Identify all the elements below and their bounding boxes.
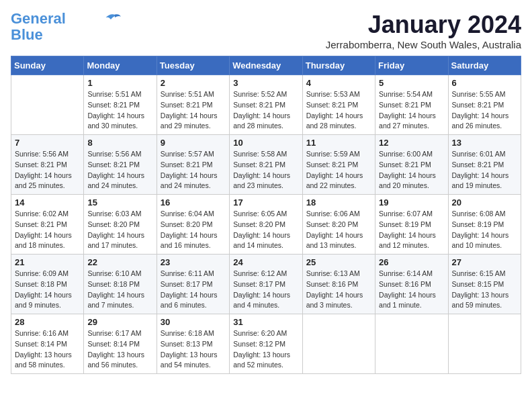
header-wednesday: Wednesday — [230, 56, 302, 75]
calendar-cell — [11, 75, 84, 135]
day-info: Sunrise: 6:12 AM Sunset: 8:17 PM Dayligh… — [233, 269, 298, 311]
calendar-cell: 15Sunrise: 6:03 AM Sunset: 8:20 PM Dayli… — [84, 195, 157, 255]
day-info: Sunrise: 6:10 AM Sunset: 8:18 PM Dayligh… — [87, 269, 152, 311]
calendar-cell: 3Sunrise: 5:52 AM Sunset: 8:21 PM Daylig… — [230, 75, 302, 135]
day-info: Sunrise: 6:17 AM Sunset: 8:14 PM Dayligh… — [87, 328, 152, 371]
day-number: 21 — [15, 257, 80, 267]
day-number: 2 — [161, 78, 226, 88]
day-info: Sunrise: 6:11 AM Sunset: 8:17 PM Dayligh… — [161, 269, 226, 311]
day-number: 17 — [233, 197, 298, 208]
calendar-cell: 10Sunrise: 5:58 AM Sunset: 8:21 PM Dayli… — [230, 135, 302, 195]
day-number: 12 — [379, 138, 444, 148]
day-info: Sunrise: 5:51 AM Sunset: 8:21 PM Dayligh… — [87, 89, 152, 132]
calendar-cell: 22Sunrise: 6:10 AM Sunset: 8:18 PM Dayli… — [84, 255, 157, 314]
calendar-cell: 16Sunrise: 6:04 AM Sunset: 8:20 PM Dayli… — [157, 195, 229, 255]
header-friday: Friday — [375, 56, 448, 75]
day-number: 15 — [87, 197, 152, 208]
month-title: January 2024 — [326, 11, 521, 39]
day-info: Sunrise: 6:14 AM Sunset: 8:16 PM Dayligh… — [379, 269, 444, 311]
day-info: Sunrise: 6:04 AM Sunset: 8:20 PM Dayligh… — [161, 209, 226, 251]
calendar-cell: 27Sunrise: 6:15 AM Sunset: 8:15 PM Dayli… — [448, 255, 521, 314]
page-header: General Blue January 2024 Jerrabomberra,… — [11, 11, 521, 50]
day-info: Sunrise: 5:55 AM Sunset: 8:21 PM Dayligh… — [452, 89, 517, 132]
calendar-cell: 6Sunrise: 5:55 AM Sunset: 8:21 PM Daylig… — [448, 75, 521, 135]
header-thursday: Thursday — [302, 56, 375, 75]
calendar-cell: 5Sunrise: 5:54 AM Sunset: 8:21 PM Daylig… — [375, 75, 448, 135]
calendar-cell: 24Sunrise: 6:12 AM Sunset: 8:17 PM Dayli… — [230, 255, 302, 314]
day-number: 3 — [233, 78, 298, 88]
calendar-cell: 7Sunrise: 5:56 AM Sunset: 8:21 PM Daylig… — [11, 135, 84, 195]
calendar-cell: 14Sunrise: 6:02 AM Sunset: 8:21 PM Dayli… — [11, 195, 84, 255]
day-info: Sunrise: 6:05 AM Sunset: 8:20 PM Dayligh… — [233, 209, 298, 251]
calendar-cell — [375, 314, 448, 374]
day-info: Sunrise: 6:13 AM Sunset: 8:16 PM Dayligh… — [306, 269, 371, 311]
title-block: January 2024 Jerrabomberra, New South Wa… — [326, 11, 521, 50]
logo: General Blue — [11, 11, 121, 43]
calendar-week-4: 21Sunrise: 6:09 AM Sunset: 8:18 PM Dayli… — [11, 255, 521, 314]
day-number: 18 — [306, 197, 371, 208]
calendar-cell: 23Sunrise: 6:11 AM Sunset: 8:17 PM Dayli… — [157, 255, 229, 314]
day-info: Sunrise: 5:57 AM Sunset: 8:21 PM Dayligh… — [161, 149, 226, 191]
day-info: Sunrise: 5:53 AM Sunset: 8:21 PM Dayligh… — [306, 89, 371, 132]
day-number: 19 — [379, 197, 444, 208]
calendar-cell: 19Sunrise: 6:07 AM Sunset: 8:19 PM Dayli… — [375, 195, 448, 255]
day-number: 24 — [233, 257, 298, 267]
day-info: Sunrise: 6:00 AM Sunset: 8:21 PM Dayligh… — [379, 149, 444, 191]
calendar-cell: 9Sunrise: 5:57 AM Sunset: 8:21 PM Daylig… — [157, 135, 229, 195]
day-info: Sunrise: 6:20 AM Sunset: 8:12 PM Dayligh… — [233, 328, 298, 371]
day-number: 6 — [452, 78, 517, 88]
day-number: 11 — [306, 138, 371, 148]
logo-bird-icon — [101, 11, 121, 24]
day-number: 26 — [379, 257, 444, 267]
day-info: Sunrise: 6:02 AM Sunset: 8:21 PM Dayligh… — [15, 209, 80, 251]
logo-blue-text: Blue — [11, 27, 43, 43]
day-number: 1 — [87, 78, 152, 88]
day-number: 4 — [306, 78, 371, 88]
header-tuesday: Tuesday — [157, 56, 229, 75]
calendar-cell: 25Sunrise: 6:13 AM Sunset: 8:16 PM Dayli… — [302, 255, 375, 314]
calendar-cell: 12Sunrise: 6:00 AM Sunset: 8:21 PM Dayli… — [375, 135, 448, 195]
day-info: Sunrise: 6:08 AM Sunset: 8:19 PM Dayligh… — [452, 209, 517, 251]
header-sunday: Sunday — [11, 56, 84, 75]
location-subtitle: Jerrabomberra, New South Wales, Australi… — [326, 39, 521, 50]
calendar-week-1: 1Sunrise: 5:51 AM Sunset: 8:21 PM Daylig… — [11, 75, 521, 135]
day-info: Sunrise: 5:52 AM Sunset: 8:21 PM Dayligh… — [233, 89, 298, 132]
day-info: Sunrise: 6:07 AM Sunset: 8:19 PM Dayligh… — [379, 209, 444, 251]
day-number: 25 — [306, 257, 371, 267]
day-number: 31 — [233, 317, 298, 327]
calendar-week-2: 7Sunrise: 5:56 AM Sunset: 8:21 PM Daylig… — [11, 135, 521, 195]
day-info: Sunrise: 6:03 AM Sunset: 8:20 PM Dayligh… — [87, 209, 152, 251]
calendar-cell: 11Sunrise: 5:59 AM Sunset: 8:21 PM Dayli… — [302, 135, 375, 195]
day-info: Sunrise: 5:54 AM Sunset: 8:21 PM Dayligh… — [379, 89, 444, 132]
day-info: Sunrise: 6:18 AM Sunset: 8:13 PM Dayligh… — [161, 328, 226, 371]
calendar-week-3: 14Sunrise: 6:02 AM Sunset: 8:21 PM Dayli… — [11, 195, 521, 255]
day-number: 20 — [452, 197, 517, 208]
day-number: 27 — [452, 257, 517, 267]
calendar-cell: 26Sunrise: 6:14 AM Sunset: 8:16 PM Dayli… — [375, 255, 448, 314]
header-monday: Monday — [84, 56, 157, 75]
day-number: 16 — [161, 197, 226, 208]
day-info: Sunrise: 5:59 AM Sunset: 8:21 PM Dayligh… — [306, 149, 371, 191]
calendar-table: SundayMondayTuesdayWednesdayThursdayFrid… — [11, 56, 521, 374]
calendar-cell: 2Sunrise: 5:51 AM Sunset: 8:21 PM Daylig… — [157, 75, 229, 135]
day-number: 29 — [87, 317, 152, 327]
day-info: Sunrise: 6:16 AM Sunset: 8:14 PM Dayligh… — [15, 328, 80, 371]
header-saturday: Saturday — [448, 56, 521, 75]
calendar-header-row: SundayMondayTuesdayWednesdayThursdayFrid… — [11, 56, 521, 75]
day-info: Sunrise: 6:06 AM Sunset: 8:20 PM Dayligh… — [306, 209, 371, 251]
day-info: Sunrise: 5:56 AM Sunset: 8:21 PM Dayligh… — [87, 149, 152, 191]
calendar-cell: 4Sunrise: 5:53 AM Sunset: 8:21 PM Daylig… — [302, 75, 375, 135]
logo-text: General — [11, 11, 66, 27]
day-info: Sunrise: 6:01 AM Sunset: 8:21 PM Dayligh… — [452, 149, 517, 191]
day-number: 30 — [161, 317, 226, 327]
calendar-cell: 18Sunrise: 6:06 AM Sunset: 8:20 PM Dayli… — [302, 195, 375, 255]
day-number: 22 — [87, 257, 152, 267]
day-number: 23 — [161, 257, 226, 267]
calendar-cell: 29Sunrise: 6:17 AM Sunset: 8:14 PM Dayli… — [84, 314, 157, 374]
calendar-cell: 31Sunrise: 6:20 AM Sunset: 8:12 PM Dayli… — [230, 314, 302, 374]
day-number: 5 — [379, 78, 444, 88]
day-info: Sunrise: 5:51 AM Sunset: 8:21 PM Dayligh… — [161, 89, 226, 132]
calendar-cell: 21Sunrise: 6:09 AM Sunset: 8:18 PM Dayli… — [11, 255, 84, 314]
calendar-cell: 30Sunrise: 6:18 AM Sunset: 8:13 PM Dayli… — [157, 314, 229, 374]
calendar-cell: 17Sunrise: 6:05 AM Sunset: 8:20 PM Dayli… — [230, 195, 302, 255]
